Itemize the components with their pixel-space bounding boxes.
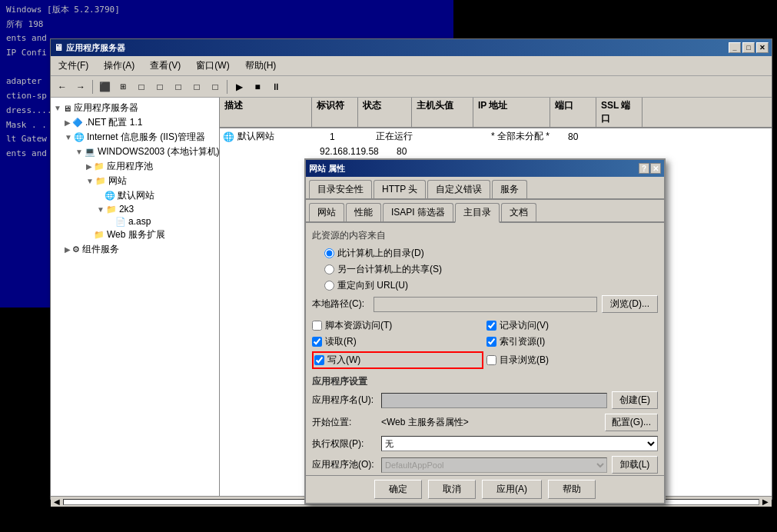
- unload-button[interactable]: 卸载(L): [612, 456, 658, 474]
- radio-local-dir[interactable]: 此计算机上的目录(D): [324, 247, 658, 260]
- cancel-button[interactable]: 取消: [428, 480, 476, 499]
- tab-website[interactable]: 网站: [309, 203, 344, 221]
- radio-local-dir-label: 此计算机上的目录(D): [337, 247, 424, 260]
- tree-item-local[interactable]: ▼ 💻 WINDOWS2003 (本地计算机): [51, 145, 219, 159]
- radio-redirect-input[interactable]: [324, 281, 334, 291]
- tab-dir-security[interactable]: 目录安全性: [309, 180, 372, 198]
- menu-file[interactable]: 文件(F): [54, 58, 93, 74]
- tree-item-2k3[interactable]: ▼ 📁 2k3: [51, 203, 219, 215]
- cb-index[interactable]: 索引资源(I): [486, 335, 658, 348]
- forward-button[interactable]: →: [72, 78, 89, 95]
- tree-item-comsvcs[interactable]: ▶ ⚙ 组件服务: [51, 242, 219, 257]
- execute-row: 执行权限(P): 无 纯脚本 脚本和可执行文件: [312, 436, 658, 451]
- scroll-left-btn[interactable]: ◀: [51, 497, 63, 506]
- tab-isapi[interactable]: ISAPI 筛选器: [383, 203, 453, 221]
- cb-dir-browse[interactable]: 目录浏览(B): [486, 351, 658, 369]
- toolbar-btn-7[interactable]: □: [207, 78, 224, 95]
- cb-script-access[interactable]: 脚本资源访问(T): [312, 319, 483, 332]
- scroll-right-btn[interactable]: ▶: [759, 497, 772, 506]
- start-pos-value: <Web 主服务器属性>: [381, 416, 600, 429]
- dialog-close-button[interactable]: ✕: [650, 163, 661, 174]
- iis-label: Internet 信息服务 (IIS)管理器: [87, 131, 205, 144]
- apppool-row: 应用程序池(O): DefaultAppPool 卸载(L): [312, 456, 658, 474]
- toolbar-btn-1[interactable]: ⬛: [96, 78, 113, 95]
- apply-button[interactable]: 应用(A): [482, 480, 542, 499]
- cb-write-label: 写入(W): [327, 354, 360, 367]
- iis-minimize-button[interactable]: _: [729, 42, 741, 53]
- menu-view[interactable]: 查看(V): [145, 58, 185, 74]
- expand-comsvcs: ▶: [65, 245, 71, 254]
- extra-ip: 92.168.119.58: [320, 146, 397, 157]
- 2k3-label: 2k3: [119, 204, 134, 214]
- local-icon: 💻: [85, 147, 95, 157]
- iis-title-left: 🖥 应用程序服务器: [54, 42, 125, 54]
- iis-menu-bar: 文件(F) 操作(A) 查看(V) 窗口(W) 帮助(H): [51, 56, 772, 76]
- cb-read[interactable]: 读取(R): [312, 335, 483, 348]
- cb-script-access-input[interactable]: [312, 321, 322, 331]
- tree-item-root[interactable]: ▼ 🖥 应用程序服务器: [51, 101, 219, 115]
- dialog-help-button[interactable]: ?: [639, 163, 649, 174]
- tree-panel: ▼ 🖥 应用程序服务器 ▶ 🔷 .NET 配置 1.1 ▼ 🌐 Internet…: [51, 98, 220, 496]
- tab-service[interactable]: 服务: [492, 180, 527, 198]
- apppool-icon: 📁: [94, 161, 105, 171]
- toolbar-btn-3[interactable]: □: [133, 78, 150, 95]
- menu-action[interactable]: 操作(A): [99, 58, 139, 74]
- iis-window-title: 应用程序服务器: [66, 42, 125, 54]
- cb-write[interactable]: 写入(W): [312, 351, 483, 369]
- menu-help[interactable]: 帮助(H): [241, 58, 281, 74]
- iis-title-buttons[interactable]: _ □ ✕: [729, 42, 769, 53]
- app-section-title: 应用程序设置: [312, 375, 658, 388]
- cb-log-access[interactable]: 记录访问(V): [486, 319, 658, 332]
- col-header-id: 标识符: [312, 98, 358, 127]
- tab-perf[interactable]: 性能: [346, 203, 381, 221]
- create-button[interactable]: 创建(E): [612, 391, 658, 409]
- tab-docs[interactable]: 文档: [501, 203, 536, 221]
- browse-button[interactable]: 浏览(D)...: [602, 295, 658, 313]
- tree-item-sites[interactable]: ▼ 📁 网站: [51, 174, 219, 188]
- cb-log-access-input[interactable]: [486, 321, 496, 331]
- ok-button[interactable]: 确定: [374, 480, 422, 499]
- menu-window[interactable]: 窗口(W): [191, 58, 234, 74]
- tab-http-headers[interactable]: HTTP 头: [374, 180, 426, 198]
- help-button[interactable]: 帮助: [548, 480, 596, 499]
- back-button[interactable]: ←: [54, 78, 71, 95]
- tree-item-default-site[interactable]: ▶ 🌐 默认网站: [51, 188, 219, 203]
- toolbar-btn-4[interactable]: □: [151, 78, 168, 95]
- stop-button[interactable]: ■: [249, 78, 266, 95]
- expand-sites: ▼: [86, 177, 94, 185]
- net-icon: 🔷: [72, 118, 83, 128]
- cb-dir-browse-label: 目录浏览(B): [500, 354, 549, 367]
- dialog-title-bar: 网站 属性 ? ✕: [306, 160, 664, 177]
- tree-item-iis[interactable]: ▼ 🌐 Internet 信息服务 (IIS)管理器: [51, 130, 219, 145]
- pause-button[interactable]: ⏸: [267, 78, 284, 95]
- list-row-default[interactable]: 🌐 默认网站 1 正在运行 * 全部未分配 * 80: [220, 128, 772, 145]
- play-button[interactable]: ▶: [231, 78, 247, 95]
- cb-index-input[interactable]: [486, 337, 496, 347]
- tab-home-dir[interactable]: 主目录: [455, 203, 500, 223]
- radio-shared[interactable]: 另一台计算机上的共享(S): [324, 263, 658, 276]
- cb-write-input[interactable]: [314, 355, 324, 365]
- expand-iis: ▼: [65, 133, 72, 141]
- radio-shared-label: 另一台计算机上的共享(S): [337, 263, 442, 276]
- cb-dir-browse-input[interactable]: [486, 355, 496, 365]
- toolbar-btn-2[interactable]: ⊞: [115, 78, 131, 95]
- radio-shared-input[interactable]: [324, 264, 334, 274]
- tree-item-asp[interactable]: ▶ 📄 a.asp: [51, 215, 219, 228]
- toolbar-btn-5[interactable]: □: [170, 78, 187, 95]
- config-button[interactable]: 配置(G)...: [605, 414, 658, 431]
- tree-item-apppool[interactable]: ▶ 📁 应用程序池: [51, 159, 219, 174]
- site-id: 1: [330, 131, 376, 142]
- tree-item-webext[interactable]: ▶ 📁 Web 服务扩展: [51, 228, 219, 242]
- tree-item-net[interactable]: ▶ 🔷 .NET 配置 1.1: [51, 115, 219, 130]
- cb-read-input[interactable]: [312, 337, 322, 347]
- radio-redirect[interactable]: 重定向到 URL(U): [324, 279, 658, 292]
- iis-close-button[interactable]: ✕: [756, 42, 769, 53]
- radio-local-dir-input[interactable]: [324, 248, 334, 258]
- tab-custom-errors[interactable]: 自定义错误: [427, 180, 490, 198]
- execute-select[interactable]: 无 纯脚本 脚本和可执行文件: [381, 436, 658, 451]
- toolbar-btn-6[interactable]: □: [188, 78, 205, 95]
- local-path-input[interactable]: [374, 297, 597, 312]
- iis-restore-button[interactable]: □: [742, 42, 755, 53]
- iis-title-bar: 🖥 应用程序服务器 _ □ ✕: [51, 39, 772, 56]
- default-site-icon: 🌐: [105, 191, 115, 201]
